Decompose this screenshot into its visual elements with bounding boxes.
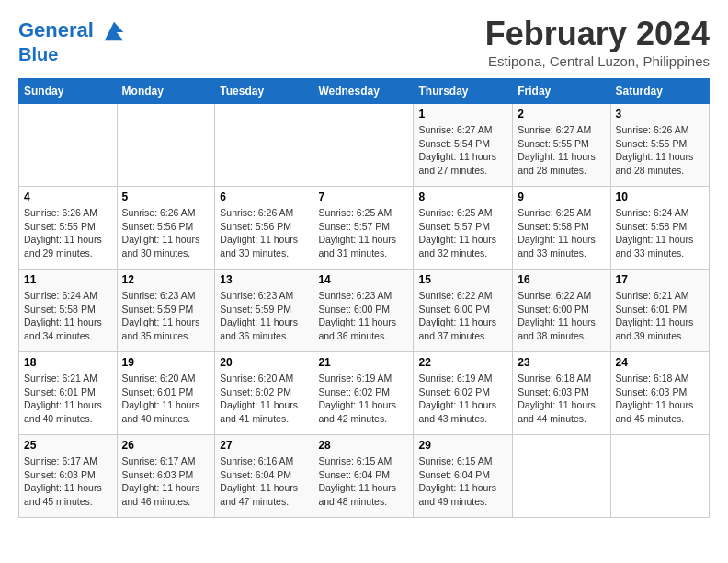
calendar-cell: 7Sunrise: 6:25 AM Sunset: 5:57 PM Daylig… [313, 187, 414, 270]
calendar-cell [117, 104, 215, 187]
calendar-cell: 24Sunrise: 6:18 AM Sunset: 6:03 PM Dayli… [610, 352, 710, 435]
day-number: 3 [616, 108, 705, 121]
day-number: 28 [318, 439, 408, 452]
calendar-cell: 6Sunrise: 6:26 AM Sunset: 5:56 PM Daylig… [215, 187, 313, 270]
day-number: 27 [220, 439, 308, 452]
day-number: 25 [24, 439, 112, 452]
calendar-cell: 13Sunrise: 6:23 AM Sunset: 5:59 PM Dayli… [215, 270, 313, 352]
day-info: Sunrise: 6:19 AM Sunset: 6:02 PM Dayligh… [418, 372, 507, 426]
calendar-cell: 29Sunrise: 6:15 AM Sunset: 6:04 PM Dayli… [414, 435, 513, 518]
svg-marker-0 [105, 22, 124, 41]
day-number: 24 [616, 356, 705, 369]
day-info: Sunrise: 6:19 AM Sunset: 6:02 PM Dayligh… [318, 372, 408, 426]
day-info: Sunrise: 6:18 AM Sunset: 6:03 PM Dayligh… [616, 372, 705, 426]
day-number: 13 [220, 273, 308, 286]
day-number: 29 [418, 439, 507, 452]
logo-text: General [18, 18, 127, 44]
day-info: Sunrise: 6:15 AM Sunset: 6:04 PM Dayligh… [318, 454, 408, 509]
calendar-cell: 3Sunrise: 6:26 AM Sunset: 5:55 PM Daylig… [610, 104, 710, 187]
logo-blue: Blue [18, 44, 127, 64]
calendar-cell: 14Sunrise: 6:23 AM Sunset: 6:00 PM Dayli… [313, 270, 414, 352]
calendar-cell [313, 104, 414, 187]
calendar-cell: 19Sunrise: 6:20 AM Sunset: 6:01 PM Dayli… [117, 352, 215, 435]
location-title: Estipona, Central Luzon, Philippines [485, 53, 710, 69]
day-number: 11 [24, 273, 112, 286]
day-info: Sunrise: 6:27 AM Sunset: 5:54 PM Dayligh… [418, 123, 507, 178]
weekday-header-friday: Friday [513, 79, 610, 104]
logo: General Blue [18, 18, 127, 64]
calendar-cell [513, 435, 610, 518]
weekday-header-tuesday: Tuesday [215, 79, 313, 104]
weekday-header-saturday: Saturday [610, 79, 710, 104]
day-info: Sunrise: 6:25 AM Sunset: 5:57 PM Dayligh… [418, 206, 507, 260]
day-number: 8 [418, 190, 507, 203]
calendar-cell: 18Sunrise: 6:21 AM Sunset: 6:01 PM Dayli… [19, 352, 118, 435]
calendar-table: SundayMondayTuesdayWednesdayThursdayFrid… [18, 78, 710, 518]
day-info: Sunrise: 6:23 AM Sunset: 5:59 PM Dayligh… [122, 289, 210, 343]
calendar-week-1: 1Sunrise: 6:27 AM Sunset: 5:54 PM Daylig… [19, 104, 710, 187]
weekday-header-sunday: Sunday [19, 79, 118, 104]
header: General Blue February 2024 Estipona, Cen… [18, 15, 710, 69]
calendar-cell: 2Sunrise: 6:27 AM Sunset: 5:55 PM Daylig… [513, 104, 610, 187]
day-number: 17 [616, 273, 705, 286]
calendar-cell: 16Sunrise: 6:22 AM Sunset: 6:00 PM Dayli… [513, 270, 610, 352]
calendar-cell: 8Sunrise: 6:25 AM Sunset: 5:57 PM Daylig… [414, 187, 513, 270]
calendar-cell: 4Sunrise: 6:26 AM Sunset: 5:55 PM Daylig… [19, 187, 118, 270]
day-info: Sunrise: 6:26 AM Sunset: 5:55 PM Dayligh… [616, 123, 705, 178]
day-info: Sunrise: 6:24 AM Sunset: 5:58 PM Dayligh… [24, 289, 112, 343]
weekday-header-thursday: Thursday [414, 79, 513, 104]
calendar-cell: 25Sunrise: 6:17 AM Sunset: 6:03 PM Dayli… [19, 435, 118, 518]
day-info: Sunrise: 6:26 AM Sunset: 5:56 PM Dayligh… [220, 206, 308, 260]
title-section: February 2024 Estipona, Central Luzon, P… [485, 15, 710, 69]
day-number: 9 [518, 190, 605, 203]
calendar-cell: 23Sunrise: 6:18 AM Sunset: 6:03 PM Dayli… [513, 352, 610, 435]
calendar-week-3: 11Sunrise: 6:24 AM Sunset: 5:58 PM Dayli… [19, 270, 710, 352]
day-info: Sunrise: 6:21 AM Sunset: 6:01 PM Dayligh… [24, 372, 112, 426]
day-info: Sunrise: 6:18 AM Sunset: 6:03 PM Dayligh… [518, 372, 605, 426]
calendar-cell: 26Sunrise: 6:17 AM Sunset: 6:03 PM Dayli… [117, 435, 215, 518]
day-info: Sunrise: 6:23 AM Sunset: 5:59 PM Dayligh… [220, 289, 308, 343]
calendar-cell: 20Sunrise: 6:20 AM Sunset: 6:02 PM Dayli… [215, 352, 313, 435]
day-info: Sunrise: 6:20 AM Sunset: 6:02 PM Dayligh… [220, 372, 308, 426]
weekday-header-row: SundayMondayTuesdayWednesdayThursdayFrid… [19, 79, 710, 104]
day-info: Sunrise: 6:22 AM Sunset: 6:00 PM Dayligh… [518, 289, 605, 343]
day-info: Sunrise: 6:26 AM Sunset: 5:56 PM Dayligh… [122, 206, 210, 260]
day-number: 5 [122, 190, 210, 203]
calendar-cell: 11Sunrise: 6:24 AM Sunset: 5:58 PM Dayli… [19, 270, 118, 352]
weekday-header-monday: Monday [117, 79, 215, 104]
day-number: 4 [24, 190, 112, 203]
day-number: 14 [318, 273, 408, 286]
calendar-cell: 22Sunrise: 6:19 AM Sunset: 6:02 PM Dayli… [414, 352, 513, 435]
calendar-cell [19, 104, 118, 187]
calendar-cell [610, 435, 710, 518]
calendar-week-5: 25Sunrise: 6:17 AM Sunset: 6:03 PM Dayli… [19, 435, 710, 518]
calendar-cell: 5Sunrise: 6:26 AM Sunset: 5:56 PM Daylig… [117, 187, 215, 270]
weekday-header-wednesday: Wednesday [313, 79, 414, 104]
day-number: 1 [418, 108, 507, 121]
day-number: 22 [418, 356, 507, 369]
calendar-cell [215, 104, 313, 187]
day-info: Sunrise: 6:23 AM Sunset: 6:00 PM Dayligh… [318, 289, 408, 343]
day-info: Sunrise: 6:22 AM Sunset: 6:00 PM Dayligh… [418, 289, 507, 343]
day-info: Sunrise: 6:17 AM Sunset: 6:03 PM Dayligh… [122, 454, 210, 509]
day-number: 12 [122, 273, 210, 286]
month-title: February 2024 [485, 15, 710, 53]
day-info: Sunrise: 6:21 AM Sunset: 6:01 PM Dayligh… [616, 289, 705, 343]
day-number: 23 [518, 356, 605, 369]
calendar-cell: 12Sunrise: 6:23 AM Sunset: 5:59 PM Dayli… [117, 270, 215, 352]
calendar-cell: 28Sunrise: 6:15 AM Sunset: 6:04 PM Dayli… [313, 435, 414, 518]
calendar-cell: 10Sunrise: 6:24 AM Sunset: 5:58 PM Dayli… [610, 187, 710, 270]
calendar-cell: 1Sunrise: 6:27 AM Sunset: 5:54 PM Daylig… [414, 104, 513, 187]
calendar-cell: 21Sunrise: 6:19 AM Sunset: 6:02 PM Dayli… [313, 352, 414, 435]
calendar-cell: 9Sunrise: 6:25 AM Sunset: 5:58 PM Daylig… [513, 187, 610, 270]
day-info: Sunrise: 6:26 AM Sunset: 5:55 PM Dayligh… [24, 206, 112, 260]
day-number: 2 [518, 108, 605, 121]
day-number: 6 [220, 190, 308, 203]
day-number: 21 [318, 356, 408, 369]
day-number: 26 [122, 439, 210, 452]
day-number: 10 [616, 190, 705, 203]
day-number: 18 [24, 356, 112, 369]
day-info: Sunrise: 6:25 AM Sunset: 5:58 PM Dayligh… [518, 206, 605, 260]
calendar-cell: 15Sunrise: 6:22 AM Sunset: 6:00 PM Dayli… [414, 270, 513, 352]
day-info: Sunrise: 6:17 AM Sunset: 6:03 PM Dayligh… [24, 454, 112, 509]
